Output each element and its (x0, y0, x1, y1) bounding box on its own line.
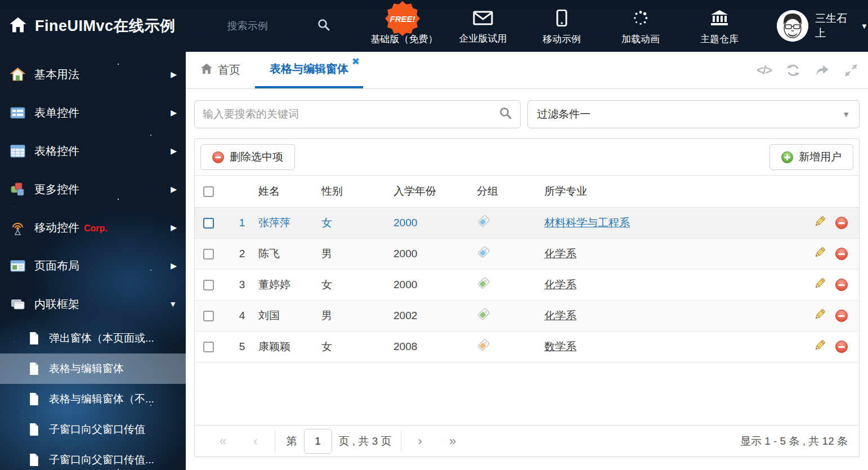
cell-group (477, 238, 544, 269)
nav-item-loading-animation[interactable]: 加载动画 (603, 6, 678, 46)
col-header-year[interactable]: 入学年份 (393, 176, 477, 207)
chevron-right-icon: ▶ (171, 185, 177, 194)
chevron-down-icon: ▼ (169, 299, 177, 308)
sidebar-item-mobile-controls[interactable]: 移动控件Corp. ▶ (0, 208, 186, 247)
edit-pencil-icon[interactable] (813, 308, 826, 324)
edit-pencil-icon[interactable] (813, 246, 826, 262)
share-icon[interactable] (815, 64, 830, 77)
group-tag-icon (477, 311, 490, 323)
edit-pencil-icon[interactable] (813, 215, 826, 231)
delete-row-icon[interactable] (835, 248, 848, 260)
sidebar-item-page-layout[interactable]: 页面布局 ▶ (0, 247, 186, 285)
file-icon (28, 453, 40, 467)
sidebar-subitem-grid-edit-window[interactable]: 表格与编辑窗体 (0, 353, 186, 384)
cell-name: 陈飞 (258, 238, 321, 269)
col-header-group[interactable]: 分组 (477, 176, 544, 207)
sidebar-item-basic-usage[interactable]: 基本用法 ▶ (0, 55, 186, 93)
nav-item-enterprise-trial[interactable]: 企业版试用 (446, 7, 520, 45)
delete-row-icon[interactable] (835, 310, 848, 322)
cell-major: 化学系 (544, 300, 796, 331)
app-header: FineUIMvc在线示例 FREE! 基础版（免费） 企业版试用 (0, 0, 868, 52)
home-icon (10, 67, 25, 82)
search-icon[interactable] (317, 18, 330, 34)
content-area: 过滤条件一 ▼ 删除选中项 新增用户 (186, 89, 868, 457)
sidebar-item-iframe[interactable]: 内联框架 ▼ (0, 285, 186, 323)
filter-dropdown[interactable]: 过滤条件一 ▼ (527, 100, 860, 128)
header-search-input[interactable] (227, 20, 317, 32)
row-checkbox[interactable] (203, 218, 214, 229)
grid-empty-space (195, 362, 859, 426)
table-row: 4 刘国 男 2002 化学系 (195, 300, 859, 331)
sidebar-subitem-child-to-parent-2[interactable]: 子窗口向父窗口传值... (0, 445, 186, 470)
sidebar-subitem-popup-window[interactable]: 弹出窗体（本页面或... (0, 323, 186, 353)
next-page-button[interactable]: › (405, 434, 436, 449)
antenna-icon (10, 220, 25, 235)
nav-item-mobile-demo[interactable]: 移动示例 (525, 6, 599, 46)
sidebar-item-form-controls[interactable]: 表单控件 ▶ (0, 93, 186, 132)
delete-row-icon[interactable] (835, 341, 848, 353)
group-tag-icon (477, 280, 490, 292)
user-menu[interactable]: 三生石上 ▼ (777, 10, 868, 42)
page-number-input[interactable] (304, 429, 332, 454)
brand[interactable]: FineUIMvc在线示例 (0, 16, 227, 36)
search-icon[interactable] (499, 106, 512, 122)
group-tag-icon (477, 342, 490, 354)
sidebar-item-more-controls[interactable]: 更多控件 ▶ (0, 170, 186, 208)
major-link[interactable]: 化学系 (544, 310, 576, 321)
nav-label: 移动示例 (543, 33, 581, 46)
close-icon[interactable]: ✖ (352, 57, 360, 66)
first-page-button[interactable]: « (206, 434, 240, 449)
row-checkbox[interactable] (203, 342, 214, 352)
sidebar-subitem-child-to-parent[interactable]: 子窗口向父窗口传值 (0, 414, 186, 445)
nav-label: 主题仓库 (700, 33, 739, 46)
add-user-button[interactable]: 新增用户 (769, 144, 853, 170)
sidebar-item-grid-controls[interactable]: 表格控件 ▶ (0, 132, 186, 170)
cell-major: 化学系 (544, 269, 796, 300)
last-page-button[interactable]: » (436, 434, 469, 449)
select-all-checkbox[interactable] (203, 186, 214, 197)
row-checkbox[interactable] (203, 280, 214, 290)
sidebar-item-label: 表格控件 (34, 144, 171, 159)
row-checkbox[interactable] (203, 311, 214, 321)
cell-name: 康颖颖 (258, 331, 321, 362)
tab-grid-edit-window[interactable]: 表格与编辑窗体 ✖ (255, 52, 363, 88)
spinner-icon (632, 10, 650, 29)
sidebar-item-label: 内联框架 (34, 297, 169, 312)
frames-icon (10, 297, 25, 312)
major-link[interactable]: 材料科学与工程系 (544, 217, 630, 229)
file-icon (28, 332, 40, 345)
cell-major: 数学系 (544, 331, 796, 362)
delete-selected-button[interactable]: 删除选中项 (200, 144, 295, 170)
header-nav: 基础版（免费） 企业版试用 移动示例 加载动画 (367, 6, 757, 46)
major-link[interactable]: 化学系 (544, 279, 576, 290)
col-header-gender[interactable]: 性别 (321, 176, 393, 207)
nav-item-theme-repo[interactable]: 主题仓库 (682, 6, 757, 46)
form-icon (10, 105, 25, 120)
cubes-icon (10, 182, 25, 197)
tab-home[interactable]: 首页 (186, 52, 255, 88)
sidebar-subitem-grid-edit-window-2[interactable]: 表格与编辑窗体（不... (0, 384, 186, 414)
col-header-name[interactable]: 姓名 (258, 176, 321, 207)
cell-year: 2000 (393, 269, 477, 300)
major-link[interactable]: 化学系 (544, 248, 576, 259)
edit-pencil-icon[interactable] (813, 339, 826, 355)
keyword-search-input[interactable] (203, 108, 499, 120)
refresh-icon[interactable] (786, 63, 800, 78)
sidebar-item-label: 表单控件 (34, 105, 171, 120)
delete-row-icon[interactable] (835, 217, 848, 229)
filter-row: 过滤条件一 ▼ (194, 100, 860, 128)
row-checkbox[interactable] (203, 249, 214, 259)
prev-page-button[interactable]: ‹ (240, 434, 271, 449)
major-link[interactable]: 数学系 (544, 341, 576, 352)
plus-circle-icon (781, 151, 793, 163)
expand-icon[interactable] (844, 64, 858, 77)
cell-gender: 男 (321, 238, 393, 269)
source-code-icon[interactable]: </> (757, 63, 771, 78)
home-icon (200, 63, 213, 77)
delete-row-icon[interactable] (835, 279, 848, 291)
app-title: FineUIMvc在线示例 (35, 16, 176, 36)
col-header-major[interactable]: 所学专业 (544, 176, 796, 207)
edit-pencil-icon[interactable] (813, 277, 826, 293)
sidebar: 基本用法 ▶ 表单控件 ▶ 表格控件 ▶ (0, 52, 186, 470)
users-table: 姓名 性别 入学年份 分组 所学专业 1 张萍萍 (195, 176, 859, 362)
